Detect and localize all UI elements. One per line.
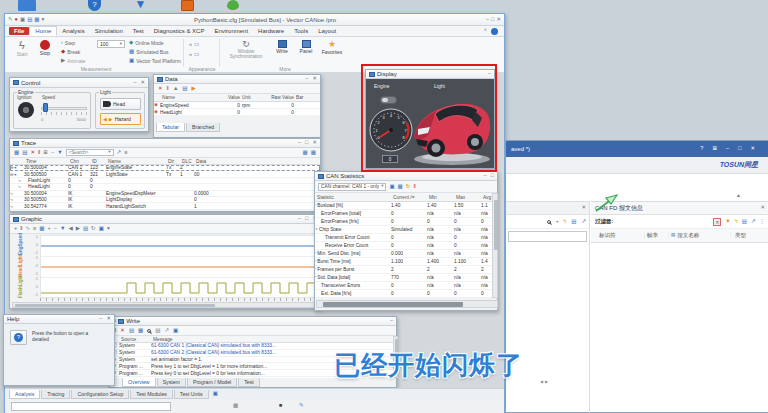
stat-row[interactable]: ›Burst Time [ms]1.1001.4001.1001.4 xyxy=(315,258,492,266)
minimize-button[interactable]: – xyxy=(133,80,136,86)
col-min[interactable]: Min xyxy=(429,195,456,200)
minimize-button[interactable]: – xyxy=(390,318,393,324)
grid-icon[interactable]: ▦ xyxy=(34,17,39,23)
desktop-icon-orange[interactable] xyxy=(181,0,194,11)
pencil-status-icon[interactable]: ✎ xyxy=(299,403,304,409)
save-log-icon[interactable]: ▤ xyxy=(129,328,134,334)
clear-icon[interactable]: ✕ xyxy=(120,328,125,334)
pan-left-icon[interactable]: ◀ xyxy=(68,226,72,232)
close-button[interactable]: ✕ xyxy=(106,316,111,322)
stop-status-icon[interactable]: ■ xyxy=(279,403,282,409)
expander-icon[interactable]: › xyxy=(315,275,316,280)
tab-system[interactable]: System xyxy=(157,378,186,387)
cursor-icon[interactable]: ▦ xyxy=(39,226,44,232)
desktop-icon-green[interactable] xyxy=(227,0,239,10)
expander-icon[interactable]: › xyxy=(315,203,316,208)
columns-icon[interactable]: ▦ xyxy=(303,150,308,156)
col-data[interactable]: Data xyxy=(196,159,320,164)
graphic-hscrollbar[interactable] xyxy=(12,302,318,308)
close-button[interactable]: ✕ xyxy=(140,80,145,86)
menu-icon[interactable]: ≡ xyxy=(124,150,127,156)
status-search-input[interactable] xyxy=(11,402,171,411)
export-icon[interactable]: ▤ xyxy=(182,86,187,92)
quickaccess-dropdown-icon[interactable]: ▾ xyxy=(42,17,45,23)
favorites-button[interactable]: ★ Favorites xyxy=(319,40,345,55)
signal-label-flashlight[interactable]: FlashLight xyxy=(18,275,23,298)
scroll-right-icon[interactable]: ▶ xyxy=(545,379,548,384)
left-pane-hscroll-arrows[interactable]: ◀▶ xyxy=(540,379,548,384)
col-message[interactable]: Message xyxy=(153,337,396,342)
scroll-view-icon[interactable]: ▤ xyxy=(22,150,27,156)
stat-row[interactable]: Transmit Error Count0n/a0n/a xyxy=(315,234,492,242)
grid-status-icon[interactable]: ▦ xyxy=(233,403,238,409)
tab-tools[interactable]: Tools xyxy=(289,27,313,35)
canfd-table-body[interactable] xyxy=(591,243,768,401)
legend-icon[interactable]: ▣ xyxy=(99,226,104,232)
stat-row[interactable]: Transceiver Errors0n/an/an/a xyxy=(315,282,492,290)
plot-area[interactable] xyxy=(40,235,316,298)
sort-icon[interactable]: ▲ xyxy=(173,86,178,92)
stat-row[interactable]: ›Busload [%]1.401.401.501.1 xyxy=(315,202,492,210)
folder-icon[interactable]: ▣ xyxy=(389,184,394,190)
col-source[interactable]: Source xyxy=(121,337,153,342)
tab-tabular[interactable]: Tabular xyxy=(156,123,185,132)
wave-icon[interactable]: ∿ xyxy=(26,226,31,232)
tab-hardware[interactable]: Hardware xyxy=(253,27,289,35)
folder-icon[interactable]: ▣ xyxy=(173,328,178,334)
export-icon[interactable]: ↗ xyxy=(581,219,586,225)
undo-icon[interactable]: ↻ xyxy=(91,226,96,232)
stat-row[interactable]: ›Frames per Burst2222 xyxy=(315,266,492,274)
col-avg[interactable]: Avg xyxy=(483,195,492,200)
fit-icon[interactable]: ▼ xyxy=(60,226,65,232)
hazard-light-button[interactable]: ◀▶ Hazard xyxy=(100,113,141,125)
pause-icon[interactable]: ‖ xyxy=(38,150,40,156)
options-icon[interactable]: ▾ xyxy=(107,226,110,232)
left-pane-filter-input[interactable] xyxy=(508,231,587,242)
start-button[interactable]: ϟ Start xyxy=(13,40,31,57)
minimize-button[interactable]: – xyxy=(298,140,301,146)
trace-search-combo[interactable]: <Search> ▾ xyxy=(66,149,114,156)
animation-factor-select[interactable]: 100 ▾ xyxy=(97,40,125,48)
stat-row[interactable]: ∨Chip StateSimulatedn/an/an/a xyxy=(315,226,492,234)
break-button[interactable]: ◆ Break xyxy=(61,49,80,55)
minimize-button[interactable]: – xyxy=(726,146,729,152)
online-mode-button[interactable]: ◆ Online Mode xyxy=(129,40,164,46)
ribbon-help-icon[interactable] xyxy=(491,28,498,35)
search-icon[interactable] xyxy=(147,329,151,333)
head-light-button[interactable]: Head xyxy=(100,98,141,110)
workspace-tab-configuration-setup[interactable]: Configuration Setup xyxy=(71,390,129,399)
maximize-button[interactable]: □ xyxy=(491,17,494,23)
workspace-tab-analysis[interactable]: Analysis xyxy=(9,390,40,399)
minimize-button[interactable]: – xyxy=(488,71,491,77)
collapse-all-icon[interactable]: − xyxy=(51,150,54,156)
fixed-view-icon[interactable]: ▦ xyxy=(14,150,19,156)
tab-environment[interactable]: Environment xyxy=(209,27,253,35)
col-type[interactable]: 类型 xyxy=(731,232,768,239)
copy-icon[interactable]: ▤ xyxy=(742,219,747,225)
vector-tool-platform-button[interactable]: ▣ Vector Tool Platform xyxy=(129,58,181,64)
ribbon-collapse-icon[interactable]: ˄ xyxy=(484,28,487,34)
record-icon[interactable]: ● xyxy=(15,17,18,23)
columns-icon[interactable]: ▦ xyxy=(138,328,143,334)
col-chn[interactable]: Chn xyxy=(70,159,92,164)
tab-diagnostics-xcp[interactable]: Diagnostics & XCP xyxy=(149,27,210,35)
minimize-button[interactable]: – xyxy=(486,17,489,23)
stat-row[interactable]: Receive Error Count0n/a0n/a xyxy=(315,242,492,250)
filter-icon[interactable]: ▼ xyxy=(57,150,62,156)
pause-icon[interactable]: ‖ xyxy=(167,86,169,92)
col-dlc[interactable]: DLC xyxy=(182,159,196,164)
simulated-bus-button[interactable]: ▦ Simulated Bus xyxy=(129,49,168,55)
expander-icon[interactable]: › xyxy=(315,251,316,256)
expander-icon[interactable]: › xyxy=(315,259,316,264)
tab-analysis[interactable]: Analysis xyxy=(57,27,89,35)
help-button[interactable]: ? xyxy=(700,146,703,152)
copy-icon[interactable]: ▤ xyxy=(155,328,160,334)
more-icon[interactable]: ⋮ xyxy=(760,219,766,225)
minimize-button[interactable]: – xyxy=(298,216,301,222)
minimize-button[interactable]: – xyxy=(484,173,487,179)
close-button[interactable]: ✕ xyxy=(496,17,501,23)
zoom-in-icon[interactable]: + xyxy=(48,226,51,232)
col-raw-value[interactable]: Raw Value xyxy=(260,95,296,100)
copy-icon[interactable]: ▤ xyxy=(571,219,576,225)
collapse-expander-icon[interactable]: ∨ xyxy=(315,227,318,232)
